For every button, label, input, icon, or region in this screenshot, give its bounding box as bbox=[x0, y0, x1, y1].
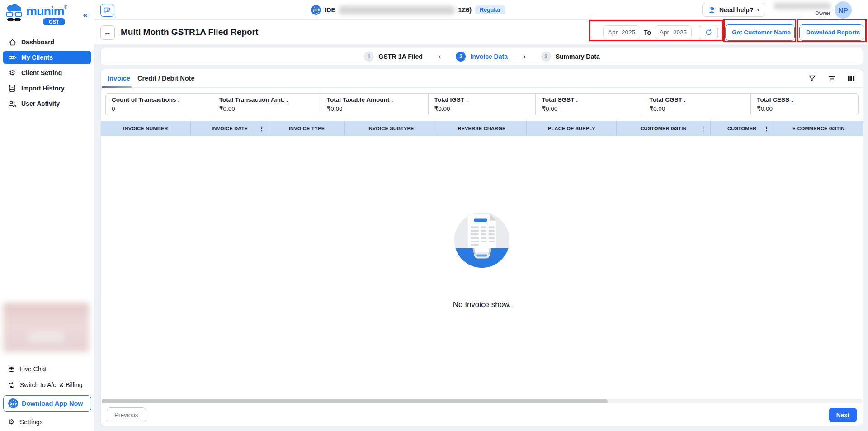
filter-funnel-icon[interactable] bbox=[808, 75, 816, 82]
sidebar-item-label: User Activity bbox=[21, 100, 60, 107]
feedback-message-button[interactable] bbox=[100, 4, 114, 17]
column-place-of-supply[interactable]: PLACE OF SUPPLY bbox=[527, 121, 617, 136]
sidebar-item-dashboard[interactable]: Dashboard bbox=[3, 35, 91, 49]
blurred-promo-banner bbox=[3, 303, 89, 352]
gear-icon: ⚙ bbox=[7, 418, 15, 426]
summary-total-taxable-amount: Total Taxable Amount : ₹0.00 bbox=[321, 94, 428, 115]
date-from-picker[interactable]: Apr 2025 bbox=[603, 25, 640, 39]
support-agent-icon bbox=[7, 365, 15, 373]
sidebar-collapse-icon[interactable]: « bbox=[83, 10, 88, 20]
step-label: Summary Data bbox=[556, 53, 600, 60]
summary-count-of-transactions: Count of Transactions : 0 bbox=[106, 94, 213, 115]
sidebar-item-settings[interactable]: ⚙ Settings bbox=[0, 417, 94, 427]
columns-icon[interactable] bbox=[848, 75, 855, 82]
message-edit-icon bbox=[104, 7, 111, 14]
sidebar-item-client-setting[interactable]: ⚙ Client Setting bbox=[3, 66, 91, 80]
column-invoice-date[interactable]: INVOICE DATE⋮ bbox=[191, 121, 269, 136]
table-tools bbox=[808, 75, 855, 82]
gstin-suffix: 1Z6) bbox=[458, 6, 472, 14]
chevron-right-icon: › bbox=[438, 52, 441, 61]
horizontal-scrollbar-thumb[interactable] bbox=[102, 399, 608, 403]
sidebar-item-my-clients[interactable]: My Clients bbox=[3, 51, 91, 64]
users-icon bbox=[8, 99, 16, 108]
download-app-label: Download App Now bbox=[22, 400, 83, 407]
need-help-button[interactable]: Need help? ▾ bbox=[702, 3, 765, 17]
sidebar-item-user-activity[interactable]: User Activity bbox=[3, 97, 91, 110]
date-to-month: Apr bbox=[660, 29, 669, 36]
step-label: Invoice Data bbox=[470, 53, 507, 60]
date-to-picker[interactable]: Apr 2025 bbox=[655, 25, 692, 39]
blurred-gstin bbox=[339, 6, 454, 14]
blurred-username bbox=[774, 3, 830, 9]
tab-invoice[interactable]: Invoice bbox=[108, 75, 130, 82]
empty-state: No Invoice show. bbox=[448, 205, 515, 309]
report-card: Invoice Credit / Debit Note bbox=[100, 69, 863, 426]
get-customer-name-button[interactable]: Get Customer Name bbox=[725, 24, 795, 41]
tabs-row: Invoice Credit / Debit Note bbox=[101, 69, 863, 88]
filter-lines-icon[interactable] bbox=[828, 75, 836, 82]
database-icon bbox=[8, 84, 16, 92]
date-from-year: 2025 bbox=[622, 29, 635, 36]
registered-mark: ® bbox=[64, 5, 67, 9]
column-customer-gstin[interactable]: CUSTOMER GSTIN⋮ bbox=[617, 121, 710, 136]
invoice-table-header: INVOICE NUMBER INVOICE DATE⋮ INVOICE TYP… bbox=[101, 121, 863, 136]
next-button[interactable]: Next bbox=[829, 408, 857, 422]
titlebar-controls: Apr 2025 To Apr 2025 Get Customer Name D… bbox=[603, 20, 863, 44]
stepper-bar: 1 GSTR-1A Filed › 2 Invoice Data › 3 Sum… bbox=[100, 48, 863, 65]
sidebar-item-import-history[interactable]: Import History bbox=[3, 81, 91, 95]
avatar[interactable]: NP bbox=[835, 1, 852, 19]
empty-invoice-icon bbox=[448, 205, 515, 272]
sidebar: munim® GST « Dashboard My Clients ⚙ Clie… bbox=[0, 0, 94, 431]
column-customer[interactable]: CUSTOMER⋮ bbox=[711, 121, 774, 136]
column-menu-icon[interactable]: ⋮ bbox=[764, 125, 769, 132]
app-window: munim® GST « Dashboard My Clients ⚙ Clie… bbox=[0, 0, 868, 431]
owner-label: Owner bbox=[815, 10, 830, 16]
step-gstr1a-filed[interactable]: 1 GSTR-1A Filed bbox=[364, 52, 423, 62]
sidebar-item-label: Dashboard bbox=[21, 38, 54, 46]
sidebar-item-live-chat[interactable]: Live Chat bbox=[0, 364, 94, 374]
gear-icon: ⚙ bbox=[8, 69, 16, 77]
previous-button[interactable]: Previous bbox=[107, 407, 146, 422]
column-menu-icon[interactable]: ⋮ bbox=[259, 125, 265, 132]
column-invoice-number[interactable]: INVOICE NUMBER bbox=[101, 121, 191, 136]
main-area: GST IDE 1Z6) Regular Need help? ▾ Owner … bbox=[94, 0, 868, 431]
chevron-right-icon: › bbox=[523, 52, 526, 61]
home-icon bbox=[8, 38, 16, 46]
step-number: 1 bbox=[364, 52, 374, 62]
download-app-button[interactable]: GST Download App Now bbox=[3, 395, 91, 412]
sidebar-item-label: Import History bbox=[21, 85, 65, 92]
step-label: GSTR-1A Filed bbox=[378, 53, 423, 60]
date-from-month: Apr bbox=[608, 29, 618, 36]
gst-seal-icon: GST bbox=[311, 5, 321, 15]
horizontal-scrollbar-track[interactable] bbox=[102, 399, 862, 403]
brand-name: munim® bbox=[26, 5, 67, 19]
brand-gst-badge: GST bbox=[43, 18, 65, 25]
date-to-year: 2025 bbox=[673, 29, 687, 36]
gstin-prefix: IDE bbox=[325, 6, 335, 14]
step-invoice-data[interactable]: 2 Invoice Data bbox=[456, 52, 507, 62]
stepper: 1 GSTR-1A Filed › 2 Invoice Data › 3 Sum… bbox=[101, 48, 863, 65]
sidebar-nav: Dashboard My Clients ⚙ Client Setting Im… bbox=[0, 35, 94, 110]
summary-total-sgst: Total SGST : ₹0.00 bbox=[535, 94, 643, 115]
summary-total-transaction-amt: Total Transaction Amt. : ₹0.00 bbox=[213, 94, 321, 115]
step-summary-data[interactable]: 3 Summary Data bbox=[541, 52, 600, 62]
sidebar-item-switch-billing[interactable]: Switch to A/c. & Billing bbox=[0, 379, 94, 390]
refresh-button[interactable] bbox=[699, 25, 718, 40]
column-menu-icon[interactable]: ⋮ bbox=[700, 125, 706, 132]
column-ecommerce-gstin[interactable]: E-COMMERCE GSTIN bbox=[774, 121, 863, 136]
active-tab-underline bbox=[102, 86, 132, 88]
status-badge: Regular bbox=[475, 5, 505, 14]
column-invoice-type[interactable]: INVOICE TYPE bbox=[269, 121, 345, 136]
column-invoice-subtype[interactable]: INVOICE SUBTYPE bbox=[345, 121, 437, 136]
download-reports-button[interactable]: Download Reports bbox=[799, 24, 863, 41]
summary-bar: Count of Transactions : 0 Total Transact… bbox=[105, 93, 859, 115]
back-button[interactable]: ← bbox=[100, 25, 115, 40]
tab-credit-debit-note[interactable]: Credit / Debit Note bbox=[137, 75, 194, 82]
user-block: Owner bbox=[772, 3, 830, 16]
refresh-icon bbox=[705, 28, 712, 36]
swap-arrows-icon bbox=[7, 381, 15, 389]
step-number: 2 bbox=[456, 52, 466, 62]
step-number: 3 bbox=[541, 52, 551, 62]
sidebar-item-label: Switch to A/c. & Billing bbox=[20, 381, 83, 388]
column-reverse-charge[interactable]: REVERSE CHARGE bbox=[437, 121, 527, 136]
